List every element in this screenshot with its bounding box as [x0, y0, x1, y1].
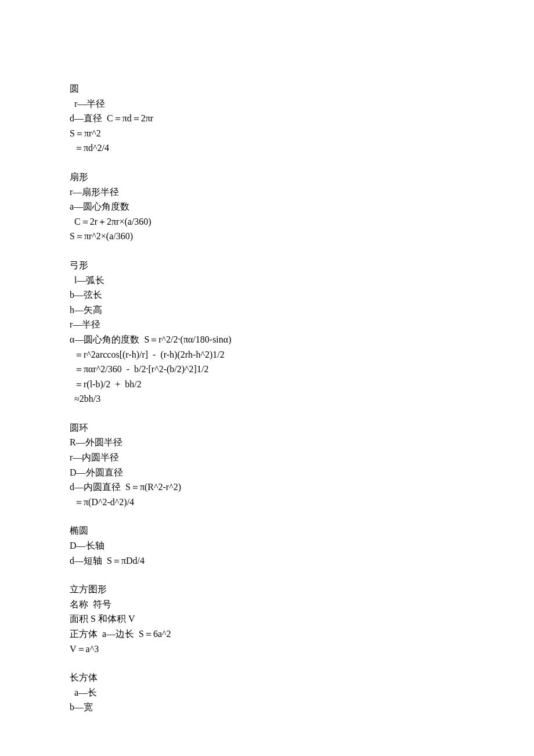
text-line: d—内圆直径 S＝π(R^2-r^2)	[70, 480, 464, 495]
text-line: h—矢高	[70, 303, 464, 318]
text-line: 椭圆	[70, 523, 464, 538]
text-line: V＝a^3	[70, 642, 464, 657]
text-line: 圆环	[70, 420, 464, 435]
section-cuboid: 长方体 a—长 b—宽	[70, 670, 464, 715]
text-line: 正方体 a—边长 S＝6a^2	[70, 627, 464, 642]
text-line: d—短轴 S＝πDd/4	[70, 553, 464, 568]
text-line: ＝παr^2/360 - b/2·[r^2-(b/2)^2]1/2	[70, 362, 464, 377]
section-ellipse: 椭圆 D—长轴 d—短轴 S＝πDd/4	[70, 523, 464, 568]
text-line: α—圆心角的度数 S＝r^2/2·(πα/180-sinα)	[70, 332, 464, 347]
text-line: 弓形	[70, 258, 464, 273]
text-line: ＝r(l-b)/2 + bh/2	[70, 377, 464, 392]
text-line: d—直径 C＝πd＝2πr	[70, 111, 464, 126]
text-line: l—弧长	[70, 273, 464, 288]
section-segment: 弓形 l—弧长 b—弦长 h—矢高 r—半径 α—圆心角的度数 S＝r^2/2·…	[70, 258, 464, 406]
text-line: a—长	[70, 685, 464, 700]
text-line: D—外圆直径	[70, 465, 464, 480]
text-line: S＝πr^2×(a/360)	[70, 229, 464, 244]
section-solids-header: 立方图形 名称 符号 面积 S 和体积 V 正方体 a—边长 S＝6a^2 V＝…	[70, 582, 464, 656]
document-page: 圆 r—半径 d—直径 C＝πd＝2πr S＝πr^2 ＝πd^2/4 扇形 r…	[0, 0, 534, 756]
text-line: r—扇形半径	[70, 185, 464, 200]
text-line: 立方图形	[70, 582, 464, 597]
text-line: ≈2bh/3	[70, 391, 464, 406]
section-sector: 扇形 r—扇形半径 a—圆心角度数 C＝2r＋2πr×(a/360) S＝πr^…	[70, 170, 464, 244]
section-annulus: 圆环 R—外圆半径 r—内圆半径 D—外圆直径 d—内圆直径 S＝π(R^2-r…	[70, 420, 464, 510]
text-line: b—宽	[70, 700, 464, 715]
text-line: 扇形	[70, 170, 464, 185]
text-line: ＝r^2arccos[(r-h)/r] - (r-h)(2rh-h^2)1/2	[70, 347, 464, 362]
text-line: ＝π(D^2-d^2)/4	[70, 495, 464, 510]
text-line: a—圆心角度数	[70, 199, 464, 214]
text-line: r—半径	[70, 96, 464, 111]
text-line: S＝πr^2	[70, 126, 464, 141]
text-line: C＝2r＋2πr×(a/360)	[70, 214, 464, 229]
text-line: r—内圆半径	[70, 450, 464, 465]
text-line: 长方体	[70, 670, 464, 685]
text-line: 面积 S 和体积 V	[70, 611, 464, 627]
text-line: R—外圆半径	[70, 435, 464, 450]
text-line: ＝πd^2/4	[70, 141, 464, 156]
text-line: 名称 符号	[70, 597, 464, 612]
text-line: D—长轴	[70, 538, 464, 553]
text-line: r—半径	[70, 317, 464, 332]
section-circle: 圆 r—半径 d—直径 C＝πd＝2πr S＝πr^2 ＝πd^2/4	[70, 81, 464, 156]
text-line: 圆	[70, 81, 464, 96]
text-line: b—弦长	[70, 287, 464, 303]
